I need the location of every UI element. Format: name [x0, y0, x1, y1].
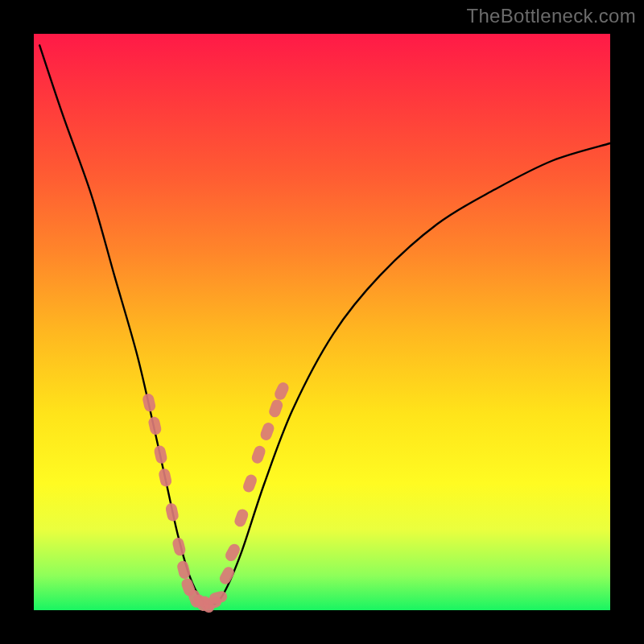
data-marker — [273, 381, 291, 402]
watermark-text: TheBottleneck.com — [466, 5, 636, 27]
data-marker — [242, 473, 258, 494]
bottleneck-curve — [39, 45, 610, 605]
data-marker — [267, 398, 284, 419]
data-marker — [259, 421, 276, 442]
data-marker — [233, 507, 250, 528]
data-marker — [217, 565, 236, 586]
data-marker — [142, 393, 157, 413]
data-marker — [153, 444, 168, 464]
data-marker — [171, 537, 187, 557]
marker-group — [142, 381, 291, 615]
data-marker — [165, 502, 180, 522]
data-marker — [250, 444, 267, 465]
data-marker — [147, 415, 163, 436]
bottleneck-curve-line — [39, 45, 610, 605]
data-marker — [158, 468, 173, 488]
plot-area — [34, 34, 610, 610]
chart-frame: TheBottleneck.com — [0, 0, 644, 644]
curve-svg — [34, 34, 610, 610]
